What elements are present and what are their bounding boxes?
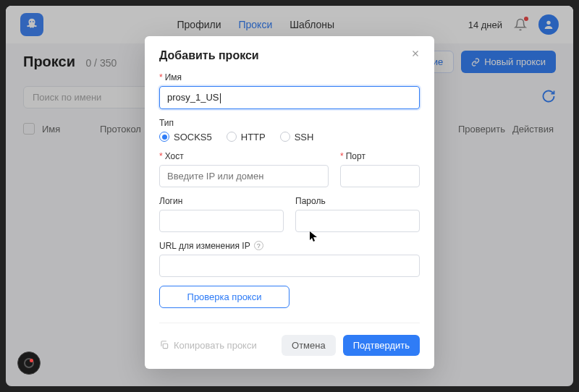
modal-overlay: Добавить прокси *Имя prosy_1_US Тип SOCK… (6, 6, 573, 386)
port-input[interactable] (340, 165, 420, 187)
name-label: *Имя (159, 72, 420, 82)
type-label: Тип (159, 118, 420, 128)
cancel-button[interactable]: Отмена (282, 335, 336, 356)
copy-proxy-button: Копировать прокси (159, 340, 257, 351)
port-label: *Порт (340, 151, 420, 161)
close-icon[interactable] (408, 46, 423, 61)
radio-socks5[interactable]: SOCKS5 (159, 132, 212, 142)
password-input[interactable] (295, 210, 420, 232)
radio-http[interactable]: HTTP (227, 132, 266, 142)
add-proxy-modal: Добавить прокси *Имя prosy_1_US Тип SOCK… (145, 36, 434, 369)
help-fab[interactable] (17, 351, 41, 375)
host-input[interactable] (159, 165, 329, 187)
copy-icon (159, 340, 169, 350)
login-input[interactable] (159, 210, 284, 232)
record-icon (24, 358, 34, 368)
confirm-button[interactable]: Подтвердить (343, 335, 420, 356)
check-proxy-button[interactable]: Проверка прокси (159, 286, 290, 308)
radio-ssh[interactable]: SSH (280, 132, 314, 142)
name-input[interactable]: prosy_1_US (159, 86, 420, 109)
login-label: Логин (159, 196, 284, 206)
svg-rect-3 (163, 344, 167, 348)
help-icon[interactable]: ? (254, 241, 263, 250)
password-label: Пароль (295, 196, 420, 206)
url-change-ip-input[interactable] (159, 255, 420, 277)
host-label: *Хост (159, 151, 329, 161)
modal-title: Добавить прокси (159, 49, 420, 62)
url-change-ip-label: URL для изменения IP ? (159, 241, 420, 251)
